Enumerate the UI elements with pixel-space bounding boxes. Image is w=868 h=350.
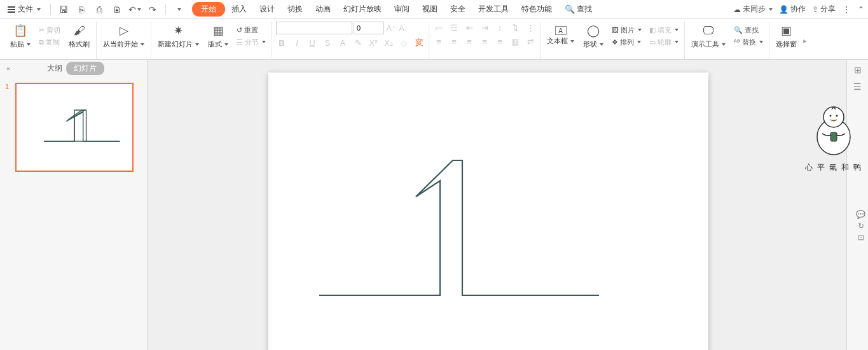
decrease-font-icon[interactable]: A⁻ [398,22,410,34]
hamburger-icon [8,6,15,13]
tab-security[interactable]: 安全 [444,1,472,17]
undo-icon[interactable]: ↶ [128,3,142,17]
strike-icon[interactable]: S [322,37,333,48]
tab-review[interactable]: 审阅 [388,1,416,17]
fill-button[interactable]: ◧填充 [647,25,680,36]
tab-stops-icon[interactable]: ⇄ [525,36,536,47]
highlight-icon[interactable]: ✎ [352,37,364,48]
sync-status[interactable]: ☁ 未同步 [733,4,773,15]
share-button[interactable]: ⇪ 分享 [812,4,836,15]
ribbon-overflow-icon[interactable]: ▸ [803,22,807,59]
subscript-icon[interactable]: X₂ [383,37,394,48]
italic-icon[interactable]: I [291,37,303,48]
cut-button[interactable]: ✂剪切 [37,25,62,36]
tab-devtools[interactable]: 开发工具 [472,1,515,17]
close-mascot-icon[interactable]: ⊡ [856,233,865,242]
font-color-icon[interactable]: A [337,37,348,48]
align-text-icon[interactable]: ⋮ [525,22,536,33]
increase-font-icon[interactable]: A⁺ [385,22,397,34]
paste-button[interactable]: 📋 粘贴 [8,22,33,50]
align-center-icon[interactable]: ≡ [448,36,460,47]
replace-button[interactable]: ᴬᴮ替换 [732,37,765,48]
tab-design[interactable]: 设计 [253,1,281,17]
export-icon[interactable]: ⎘ [74,3,88,17]
file-menu-button[interactable]: 文件 [4,3,45,16]
font-size-input[interactable] [354,22,384,34]
group-drawing: A 文本框 ◯ 形状 🖼图片 ❖排列 ◧填充 ▭轮廓 [541,22,685,59]
sections-button[interactable]: ☰分节 [235,37,268,48]
text-direction-icon[interactable]: ⇅ [509,22,521,33]
tab-animation[interactable]: 动画 [309,1,337,17]
find-button[interactable]: 🔍查找 [732,25,765,36]
customize-qat-icon[interactable] [172,3,186,17]
bold-icon[interactable]: B [276,37,287,48]
font-family-input[interactable] [276,22,352,34]
line-spacing-icon[interactable]: ↕ [494,22,506,33]
slide-panel-header: « 大纲 幻灯片 [0,60,147,76]
distribute-icon[interactable]: ≡ [494,36,506,47]
top-right-actions: ☁ 未同步 👤 协作 ⇪ 分享 ⋮ ⌃ [733,4,864,15]
save-icon[interactable]: 🖫 [57,3,71,17]
indent-right-icon[interactable]: ⇥ [479,22,490,33]
justify-icon[interactable]: ≡ [479,36,490,47]
tab-special[interactable]: 特色功能 [515,1,558,17]
demo-tools-button[interactable]: 🖵 演示工具 [689,22,728,50]
play-from-current-button[interactable]: ▷ 从当前开始 [100,22,147,50]
collapse-panel-icon[interactable]: « [6,64,10,72]
indent-left-icon[interactable]: ⇤ [464,22,475,33]
new-slide-button[interactable]: ✷ 新建幻灯片 [155,22,202,50]
search-icon: 🔍 [734,26,743,34]
align-right-icon[interactable]: ≡ [464,36,475,47]
slides-tab[interactable]: 幻灯片 [66,62,104,75]
slide-thumbnail-1[interactable] [15,83,134,172]
copy-button[interactable]: ⧉复制 [37,37,62,48]
shape-button[interactable]: ◯ 形状 [581,22,606,50]
outline-button[interactable]: ▭轮廓 [647,37,680,48]
print-icon[interactable]: ⎙ [92,3,106,17]
align-left-icon[interactable]: ≡ [433,36,444,47]
search-button[interactable]: 🔍 查找 [558,1,598,17]
layout-button[interactable]: ▦ 版式 [205,22,231,50]
layout-icon: ▦ [210,23,226,38]
refresh-icon[interactable]: ↻ [856,221,865,230]
numbering-icon[interactable]: ☲ [448,22,460,33]
collapse-ribbon-button[interactable]: ⌃ [858,5,864,14]
rail-item-2[interactable]: ☰ [853,81,862,92]
print-preview-icon[interactable]: 🗎 [110,3,124,17]
collab-label: 协作 [790,4,806,15]
ribbon-tabs: 开始 插入 设计 切换 动画 幻灯片放映 审阅 视图 安全 开发工具 特色功能 … [192,1,598,17]
superscript-icon[interactable]: X² [368,37,379,48]
tab-slideshow[interactable]: 幻灯片放映 [337,1,388,17]
canvas[interactable] [148,60,846,350]
collab-button[interactable]: 👤 协作 [779,4,806,15]
columns-icon[interactable]: ▥ [509,36,521,47]
redo-icon[interactable]: ↷ [146,3,160,17]
tab-start[interactable]: 开始 [192,2,225,17]
tab-transition[interactable]: 切换 [281,1,309,17]
picture-button[interactable]: 🖼图片 [610,25,644,36]
rail-item-1[interactable]: ⊞ [854,65,862,75]
pinyin-icon[interactable]: 変 [413,37,425,48]
clear-format-icon[interactable]: ◇ [398,37,410,48]
reset-button[interactable]: ↺重置 [235,25,268,36]
tab-insert[interactable]: 插入 [225,1,253,17]
arrange-button[interactable]: ❖排列 [610,37,644,48]
selection-pane-button[interactable]: ▣ 选择窗 [773,22,799,50]
slide-shape-number-1 [268,73,708,350]
shape-icon: ◯ [586,23,601,38]
underline-icon[interactable]: U [307,37,318,48]
outline-tab[interactable]: 大纲 [43,62,66,75]
sync-label: 未同步 [743,4,766,15]
slide-1[interactable] [268,73,708,350]
textbox-button[interactable]: A 文本框 [544,25,577,47]
file-menu-label: 文件 [18,4,33,15]
bullets-icon[interactable]: ≔ [433,22,444,33]
format-painter-button[interactable]: 🖌 格式刷 [66,22,92,50]
fill-icon: ◧ [649,26,656,34]
bubble-icon[interactable]: 💬 [856,210,865,219]
svg-point-3 [836,115,838,117]
more-menu[interactable]: ⋮ [842,4,851,15]
monitor-icon: 🖵 [701,23,716,38]
tab-view[interactable]: 视图 [416,1,444,17]
duck-icon [808,102,859,159]
